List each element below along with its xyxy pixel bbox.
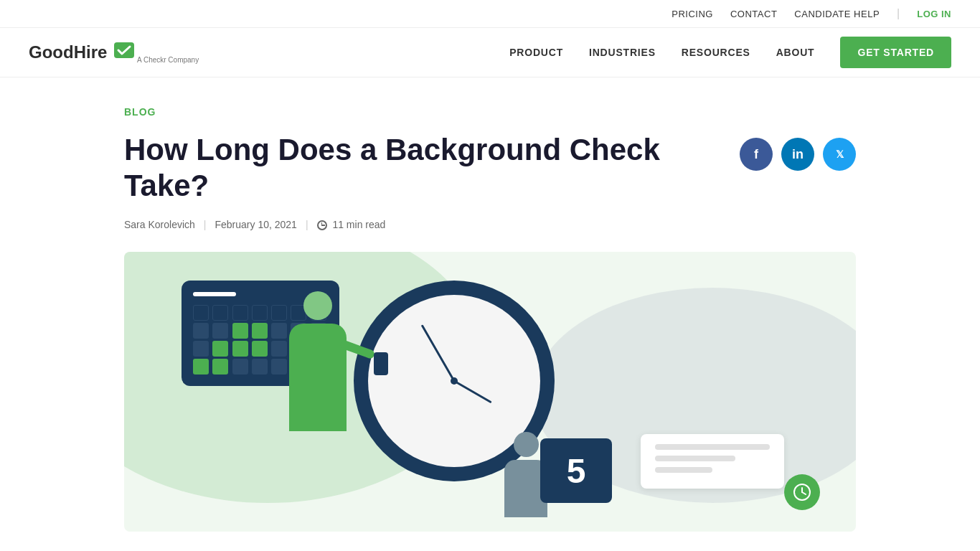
person-head: [303, 291, 332, 320]
number-5-badge: 5: [540, 438, 612, 503]
cal-cell: [232, 323, 248, 339]
cal-cell: [212, 341, 228, 357]
nav-product[interactable]: PRODUCT: [509, 47, 563, 58]
svg-rect-0: [114, 42, 134, 58]
cal-cell: [252, 305, 268, 321]
content-area: BLOG How Long Does a Background Check Ta…: [95, 77, 885, 532]
clock-badge-icon: [784, 474, 820, 510]
cal-cell: [212, 323, 228, 339]
person2-head: [514, 432, 539, 457]
result-line-2: [655, 456, 735, 461]
result-line-1: [655, 444, 770, 450]
article-meta: Sara Korolevich | February 10, 2021 | 11…: [124, 219, 856, 230]
logo-text: GoodHire: [29, 42, 134, 62]
article-title: How Long Does a Background Check Take?: [124, 132, 740, 204]
cal-cell: [193, 341, 209, 357]
linkedin-icon: in: [792, 147, 804, 162]
facebook-share-button[interactable]: f: [740, 138, 773, 171]
section-label: BLOG: [124, 106, 856, 118]
cal-cell: [271, 323, 287, 339]
linkedin-share-button[interactable]: in: [781, 138, 814, 171]
hero-illustration: 5: [124, 252, 856, 532]
cal-cell: [193, 323, 209, 339]
cal-cell: [232, 359, 248, 375]
pricing-link[interactable]: PRICING: [672, 9, 713, 19]
phone-box: [374, 352, 388, 375]
publish-date: February 10, 2021: [215, 219, 296, 230]
get-started-button[interactable]: GET STARTED: [840, 37, 951, 68]
nav-links: PRODUCT INDUSTRIES RESOURCES ABOUT GET S…: [509, 37, 951, 68]
nav-industries[interactable]: INDUSTRIES: [589, 47, 656, 58]
cal-cell: [252, 323, 268, 339]
cal-cell: [212, 305, 228, 321]
contact-link[interactable]: CONTACT: [730, 9, 777, 19]
person-body: [289, 324, 347, 431]
person-figure: [289, 324, 347, 431]
result-card: [641, 434, 784, 489]
read-time-text: 11 min read: [332, 219, 385, 230]
meta-divider-2: |: [306, 219, 308, 230]
nav-resources[interactable]: RESOURCES: [682, 47, 750, 58]
cal-cell: [252, 341, 268, 357]
result-line-3: [655, 467, 712, 473]
article-header: How Long Does a Background Check Take? f…: [124, 132, 856, 219]
candidate-help-link[interactable]: CANDIDATE HELP: [794, 9, 880, 19]
author-name: Sara Korolevich: [124, 219, 195, 230]
calendar-top-bar: [193, 292, 236, 296]
twitter-share-button[interactable]: 𝕏: [823, 138, 856, 171]
clock-svg-icon: [793, 483, 811, 501]
clock-hand-hour: [453, 380, 491, 404]
cal-cell: [271, 305, 287, 321]
social-share-icons: f in 𝕏: [740, 138, 856, 171]
log-in-link[interactable]: LOG IN: [917, 9, 951, 19]
read-time: 11 min read: [317, 219, 386, 230]
logo-subtitle: A Checkr Company: [137, 56, 199, 64]
facebook-icon: f: [754, 147, 758, 162]
cal-cell: [271, 359, 287, 375]
nav-about[interactable]: ABOUT: [776, 47, 815, 58]
twitter-icon: 𝕏: [836, 149, 844, 160]
cal-cell: [232, 305, 248, 321]
logo-good: GoodHire: [29, 42, 107, 62]
top-bar: PRICING CONTACT CANDIDATE HELP | LOG IN: [0, 0, 980, 28]
logo[interactable]: GoodHire A Checkr Company: [29, 42, 199, 64]
svg-line-3: [802, 492, 806, 494]
main-nav: GoodHire A Checkr Company PRODUCT INDUST…: [0, 28, 980, 77]
clock-icon: [317, 220, 327, 230]
cal-cell: [193, 359, 209, 375]
cal-cell: [271, 341, 287, 357]
cal-cell: [193, 305, 209, 321]
clock-hand-minute: [421, 324, 456, 381]
cal-cell: [252, 359, 268, 375]
cal-cell: [232, 341, 248, 357]
logo-checkmark-icon: [114, 42, 134, 58]
nav-divider: |: [897, 7, 900, 20]
meta-divider: |: [204, 219, 207, 230]
cal-cell: [212, 359, 228, 375]
clock-center: [451, 377, 458, 385]
